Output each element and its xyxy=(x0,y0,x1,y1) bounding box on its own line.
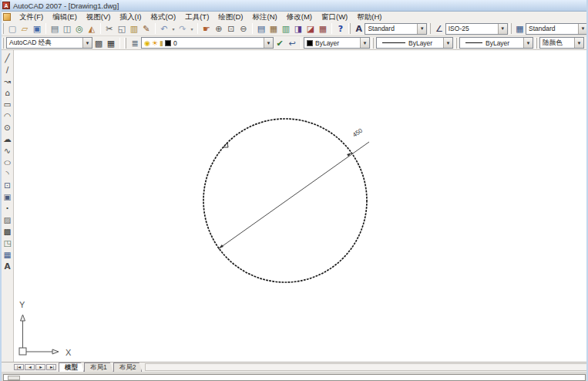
markup-set-manager-icon[interactable]: ◪ xyxy=(304,22,317,35)
paste-icon[interactable]: ▥ xyxy=(128,22,140,35)
tab-nav-prev[interactable]: ◄ xyxy=(25,364,35,370)
redo-icon[interactable]: ↷ xyxy=(176,22,189,35)
undo-dropdown-icon[interactable]: ▾ xyxy=(170,22,176,35)
menu-item[interactable]: 窗口(W) xyxy=(317,12,352,22)
toolbar-drag-handle[interactable] xyxy=(2,23,4,34)
dim-style-icon[interactable]: ∠ xyxy=(433,22,445,35)
revcloud-icon[interactable]: ☁ xyxy=(2,133,13,144)
redo-dropdown-icon[interactable]: ▾ xyxy=(189,22,195,35)
drawing-document-icon[interactable] xyxy=(3,13,11,21)
command-line-area[interactable] xyxy=(3,374,586,381)
tool-palettes-icon[interactable]: ▥ xyxy=(280,22,292,35)
spline-icon[interactable]: ∿ xyxy=(2,144,13,156)
diameter-dimension-line[interactable] xyxy=(218,142,369,249)
zoom-realtime-icon[interactable]: ⊕ xyxy=(213,22,225,35)
cut-icon[interactable]: ✂ xyxy=(103,22,116,35)
drawing-circle[interactable] xyxy=(203,119,367,282)
region-icon[interactable]: ◳ xyxy=(2,237,13,248)
toolbar-drag-handle[interactable] xyxy=(371,38,374,49)
mtext-icon[interactable]: A xyxy=(2,260,13,271)
sheet-set-manager-icon[interactable]: ◨ xyxy=(292,22,304,35)
table-style-icon[interactable]: ▦ xyxy=(514,22,526,35)
menu-item[interactable]: 绘图(D) xyxy=(213,12,247,22)
toolbar-drag-handle[interactable] xyxy=(455,38,457,49)
copy-icon[interactable]: ◱ xyxy=(116,22,128,35)
tab-nav-first[interactable]: |◄ xyxy=(14,364,24,370)
workspace-combo[interactable]: AutoCAD 经典 ▼ xyxy=(6,37,92,49)
chevron-down-icon[interactable]: ▼ xyxy=(264,38,273,48)
construction-line-icon[interactable]: ∕ xyxy=(2,63,13,75)
hatch-icon[interactable]: ▨ xyxy=(2,214,13,225)
polyline-icon[interactable]: ↝ xyxy=(2,75,13,86)
title-bar[interactable]: A AutoCAD 2007 - [Drawing1.dwg] xyxy=(0,0,588,12)
menu-item[interactable]: 工具(T) xyxy=(180,12,213,22)
undo-icon[interactable]: ↶ xyxy=(158,22,170,35)
point-icon[interactable]: · xyxy=(2,202,13,214)
toolbar-drag-handle[interactable] xyxy=(348,23,351,34)
tab-nav-next[interactable]: ► xyxy=(35,364,45,370)
lineweight-combo[interactable]: ByLayer ▼ xyxy=(459,37,533,49)
toolbar-drag-handle[interactable] xyxy=(124,38,126,49)
chevron-down-icon[interactable]: ▼ xyxy=(443,38,452,48)
save-icon[interactable]: ▣ xyxy=(31,22,43,35)
make-block-icon[interactable]: ▣ xyxy=(2,190,13,202)
zoom-previous-icon[interactable]: ⊖ xyxy=(237,22,250,35)
menu-item[interactable]: 视图(V) xyxy=(82,12,116,22)
new-icon[interactable]: ▢ xyxy=(6,22,18,35)
chevron-down-icon[interactable]: ▼ xyxy=(574,38,583,48)
chevron-down-icon[interactable]: ▼ xyxy=(498,24,507,34)
chevron-down-icon[interactable]: ▼ xyxy=(360,38,369,48)
toolbar-drag-handle[interactable] xyxy=(428,23,431,34)
rectangle-icon[interactable]: ▭ xyxy=(2,98,13,110)
menu-item[interactable]: 插入(I) xyxy=(115,12,146,22)
tab-nav-last[interactable]: ►| xyxy=(46,364,56,370)
save-workspace-icon[interactable]: ▦ xyxy=(105,37,117,49)
quickcalc-icon[interactable]: ▦ xyxy=(317,22,329,35)
toolbar-drag-handle[interactable] xyxy=(509,23,512,34)
text-style-combo[interactable]: Standard ▼ xyxy=(365,23,427,35)
drawing-canvas[interactable]: 450 Y X xyxy=(14,50,586,362)
workspace-settings-icon[interactable]: ▩ xyxy=(92,37,105,49)
dimension-text[interactable]: 450 xyxy=(351,126,365,138)
menu-item[interactable]: 帮助(H) xyxy=(352,12,386,22)
insert-block-icon[interactable]: ⊡ xyxy=(2,179,13,190)
menu-item[interactable]: 修改(M) xyxy=(282,12,317,22)
plot-icon[interactable]: ▤ xyxy=(49,22,61,35)
properties-icon[interactable]: ▤ xyxy=(255,22,267,35)
arc-icon[interactable]: ◠ xyxy=(2,110,13,121)
command-window-grip[interactable] xyxy=(8,376,20,380)
polygon-icon[interactable]: ⌂ xyxy=(2,86,13,98)
text-style-icon[interactable]: A xyxy=(353,22,365,35)
publish-icon[interactable]: ◎ xyxy=(73,22,86,35)
layer-combo[interactable]: ◉☀▮ 0 ▼ xyxy=(141,37,274,49)
layer-properties-manager-icon[interactable]: ≣ xyxy=(129,37,141,49)
plot-preview-icon[interactable]: ◫ xyxy=(61,22,73,35)
plot-style-combo[interactable]: 随颜色 ▼ xyxy=(539,37,584,49)
tab-layout1[interactable]: 布局1 xyxy=(84,362,113,373)
chevron-down-icon[interactable]: ▼ xyxy=(82,38,92,48)
linetype-combo[interactable]: ByLayer ▼ xyxy=(376,37,453,49)
table-icon[interactable]: ▦ xyxy=(2,248,13,260)
gradient-icon[interactable]: ▩ xyxy=(2,225,13,237)
layer-previous-icon[interactable]: ↩ xyxy=(286,37,298,49)
open-icon[interactable]: ▱ xyxy=(18,22,31,35)
toolbar-drag-handle[interactable] xyxy=(535,38,537,49)
menu-item[interactable]: 文件(F) xyxy=(15,12,48,22)
table-style-combo[interactable]: Standard ▼ xyxy=(526,23,588,35)
make-object-layer-current-icon[interactable]: ✔ xyxy=(274,37,286,49)
object-color-combo[interactable]: ByLayer ▼ xyxy=(304,37,370,49)
zoom-window-icon[interactable]: ⊡ xyxy=(225,22,237,35)
menu-item[interactable]: 标注(N) xyxy=(248,12,282,22)
ellipse-icon[interactable]: ○ xyxy=(2,157,13,165)
horizontal-scrollbar[interactable] xyxy=(145,363,588,371)
help-icon[interactable]: ? xyxy=(334,22,347,35)
circle-icon[interactable]: ⊙ xyxy=(2,121,13,133)
ellipse-arc-icon[interactable]: ◝ xyxy=(2,167,13,179)
menu-item[interactable]: 编辑(E) xyxy=(48,12,82,22)
chevron-down-icon[interactable]: ▼ xyxy=(523,38,533,48)
toolbar-drag-handle[interactable] xyxy=(2,38,4,49)
tab-model[interactable]: 模型 xyxy=(59,362,84,373)
designcenter-icon[interactable]: ▦ xyxy=(267,22,280,35)
line-icon[interactable]: ╱ xyxy=(2,52,13,63)
3d-dwf-icon[interactable]: ◭ xyxy=(86,22,98,35)
